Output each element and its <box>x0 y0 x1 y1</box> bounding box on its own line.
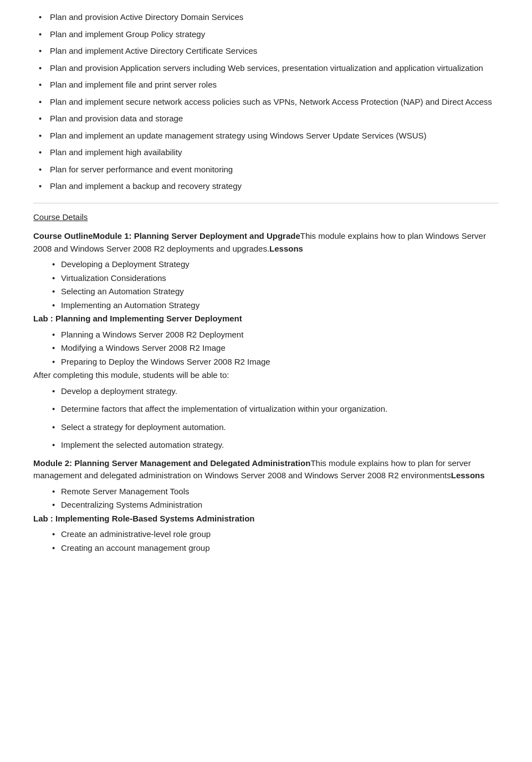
list-item: Implement the selected automation strate… <box>50 439 499 452</box>
list-item: Planning a Windows Server 2008 R2 Deploy… <box>50 329 499 341</box>
list-item: Plan and implement file and print server… <box>33 79 499 91</box>
list-item: Create an administrative-level role grou… <box>50 528 499 541</box>
list-item: Creating an account management group <box>50 542 499 555</box>
list-item: Plan and provision Application servers i… <box>33 62 499 75</box>
list-item: Preparing to Deploy the Windows Server 2… <box>50 356 499 369</box>
list-item: Determine factors that affect the implem… <box>50 403 499 416</box>
list-item: Plan and implement secure network access… <box>33 96 499 109</box>
after-module1: After completing this module, students w… <box>33 369 499 382</box>
lab1-items-list: Planning a Windows Server 2008 R2 Deploy… <box>33 329 499 369</box>
outline-intro-paragraph: Course OutlineModule 1: Planning Server … <box>33 230 499 255</box>
lessons-label-2: Lessons <box>451 471 485 480</box>
list-item: Plan and implement Group Policy strategy <box>33 28 499 41</box>
list-item: Decentralizing Systems Administration <box>50 499 499 512</box>
lab2-items-list: Create an administrative-level role grou… <box>33 528 499 554</box>
list-item: Implementing an Automation Strategy <box>50 299 499 312</box>
top-bullet-list: Plan and provision Active Directory Doma… <box>33 11 499 193</box>
list-item: Plan for server performance and event mo… <box>33 163 499 176</box>
list-item: Plan and implement Active Directory Cert… <box>33 45 499 58</box>
list-item: Plan and provision Active Directory Doma… <box>33 11 499 24</box>
list-item: Remote Server Management Tools <box>50 485 499 498</box>
list-item: Develop a deployment strategy. <box>50 385 499 398</box>
section-divider <box>33 203 499 203</box>
list-item: Modifying a Windows Server 2008 R2 Image <box>50 342 499 355</box>
list-item: Virtualization Considerations <box>50 272 499 285</box>
module2-bold: Module 2: Planning Server Management and… <box>33 458 310 468</box>
lessons-label-1: Lessons <box>269 244 303 253</box>
module2-paragraph: Module 2: Planning Server Management and… <box>33 457 499 482</box>
course-details-heading: Course Details <box>33 211 499 224</box>
lab1-label: Lab : Planning and Implementing Server D… <box>33 313 499 325</box>
module1-outcomes-list: Develop a deployment strategy.Determine … <box>33 385 499 452</box>
module1-lessons-list: Developing a Deployment StrategyVirtuali… <box>33 258 499 311</box>
course-outline-block: Course OutlineModule 1: Planning Server … <box>33 230 499 554</box>
list-item: Plan and implement a backup and recovery… <box>33 180 499 193</box>
list-item: Plan and provision data and storage <box>33 112 499 125</box>
module2-lessons-list: Remote Server Management ToolsDecentrali… <box>33 485 499 512</box>
list-item: Selecting an Automation Strategy <box>50 285 499 298</box>
outline-intro-bold: Course OutlineModule 1: Planning Server … <box>33 231 300 241</box>
lab2-label: Lab : Implementing Role-Based Systems Ad… <box>33 513 499 525</box>
list-item: Plan and implement an update management … <box>33 130 499 142</box>
list-item: Developing a Deployment Strategy <box>50 258 499 271</box>
list-item: Plan and implement high availability <box>33 146 499 159</box>
list-item: Select a strategy for deployment automat… <box>50 421 499 434</box>
